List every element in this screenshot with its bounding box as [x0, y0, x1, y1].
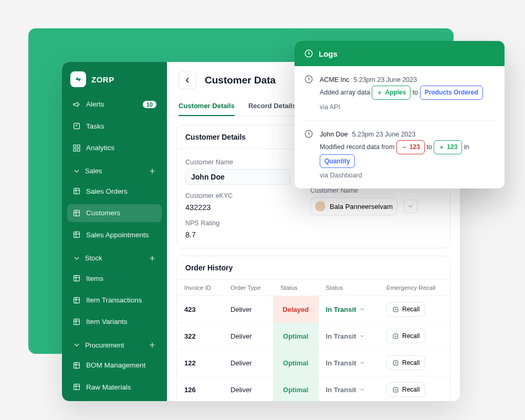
table-icon [72, 230, 81, 239]
sidebar-group-label: Stock [85, 254, 102, 262]
sidebar-item-label: Sales Appointments [86, 231, 149, 239]
table-icon [72, 361, 81, 370]
owner-name: Bala Panneerselvam [330, 203, 393, 211]
sidebar-group-label: Sales [85, 167, 102, 175]
owner-dropdown[interactable] [404, 200, 417, 213]
logs-header: Logs [295, 41, 505, 66]
svg-rect-2 [77, 145, 80, 148]
cell-recall: Recall [379, 376, 450, 402]
analytics-icon [72, 144, 81, 152]
brand-name: ZORP [91, 75, 114, 84]
chevron-down-icon [359, 360, 365, 366]
cell-invoice: 122 [177, 350, 223, 376]
svg-rect-7 [74, 232, 80, 238]
sidebar-group-label: Procurement [85, 341, 124, 349]
sidebar-item-label: Analytics [86, 144, 114, 152]
svg-rect-10 [74, 319, 80, 325]
log-item: John Doe5.23pm 23 June 2023 Modified rec… [295, 121, 505, 188]
sidebar-item-sales-appointments[interactable]: Sales Appointments [67, 226, 162, 244]
sidebar-item-label: Alerts [86, 100, 104, 108]
transit-dropdown[interactable]: In Transit [326, 359, 366, 367]
sidebar-item-items[interactable]: Items [67, 269, 162, 287]
sidebar-item-customers[interactable]: Customers [67, 204, 162, 222]
cell-status: Optimal [273, 323, 319, 350]
chevron-down-icon [72, 341, 81, 349]
table-icon [72, 318, 81, 326]
card-title: Order History [177, 256, 450, 279]
sidebar-item-tasks[interactable]: Tasks [67, 117, 162, 134]
tab-record-details[interactable]: Record Details [248, 97, 296, 116]
table-icon [72, 274, 81, 282]
sidebar-item-sales-orders[interactable]: Sales Orders [67, 183, 162, 200]
log-tag: Products Ordered [420, 86, 483, 99]
cell-transit: In Transit [319, 376, 379, 402]
sidebar-item-label: Sales Orders [86, 187, 128, 195]
chevron-down-icon [359, 386, 365, 393]
sidebar-item-alerts[interactable]: Alerts 10 [67, 96, 162, 113]
cell-transit: In Transit [319, 350, 379, 376]
x-square-icon [392, 306, 399, 313]
sidebar-group-stock[interactable]: Stock [67, 251, 162, 266]
sidebar-item-bom-management[interactable]: BOM Management [67, 356, 162, 374]
svg-rect-0 [74, 123, 80, 129]
log-tag: ＋123 [434, 140, 462, 154]
col-invoice: Invoice ID [177, 280, 223, 296]
recall-button[interactable]: Recall [386, 302, 425, 317]
brand-logo [70, 71, 86, 87]
log-tag: ＋Apples [372, 86, 411, 99]
avatar [315, 201, 326, 212]
chevron-down-icon [359, 333, 365, 339]
log-tag: Quantity [320, 154, 355, 168]
customer-name-input[interactable] [185, 169, 290, 185]
cell-status: Optimal [273, 350, 319, 376]
recall-button[interactable]: Recall [386, 329, 425, 343]
arrow-left-icon [183, 76, 192, 85]
plus-icon[interactable] [148, 167, 156, 175]
clock-icon [304, 75, 313, 113]
table-row: 122 Deliver Optimal In Transit Recall [177, 350, 450, 376]
table-icon [72, 383, 81, 391]
owner-chip[interactable]: Bala Panneerselvam [310, 197, 397, 215]
sidebar-item-label: Customers [86, 209, 120, 217]
recall-button[interactable]: Recall [386, 382, 425, 397]
log-line: Added array data ＋Apples to Products Ord… [320, 86, 483, 99]
cell-type: Deliver [223, 296, 273, 323]
sidebar-group-sales[interactable]: Sales [67, 164, 162, 178]
transit-dropdown[interactable]: In Transit [326, 386, 366, 394]
logs-panel: Logs ACME Inc5.23pm 23 June 2023 Added a… [295, 41, 505, 188]
field-label: Customer eKYC [185, 192, 290, 200]
nps-value: 8.7 [185, 230, 196, 239]
sidebar-item-label: Item Variants [86, 318, 128, 326]
back-button[interactable] [178, 71, 196, 89]
chevron-down-icon [72, 167, 81, 175]
logs-title: Logs [319, 49, 338, 58]
transit-dropdown[interactable]: In Transit [326, 306, 366, 313]
log-tag: －123 [396, 140, 425, 154]
svg-rect-11 [74, 363, 80, 369]
sidebar-item-analytics[interactable]: Analytics [67, 139, 162, 156]
field-label: NPS Rating [185, 219, 290, 227]
svg-rect-4 [77, 149, 80, 151]
transit-dropdown[interactable]: In Transit [326, 332, 366, 340]
cell-recall: Recall [379, 323, 450, 350]
recall-button[interactable]: Recall [386, 355, 425, 370]
sidebar-group-procurement[interactable]: Procurement [67, 338, 162, 353]
col-status: Status [273, 280, 319, 296]
sidebar-item-label: Items [86, 275, 103, 282]
alerts-count: 10 [143, 101, 156, 108]
sidebar-item-raw-materials[interactable]: Raw Materials [67, 379, 162, 396]
sidebar-item-item-variants[interactable]: Item Variants [67, 313, 162, 330]
svg-rect-1 [74, 145, 76, 148]
tab-customer-details[interactable]: Customer Details [178, 97, 235, 116]
table-row: 126 Deliver Optimal In Transit Recall [177, 376, 450, 402]
sidebar-item-item-transactions[interactable]: Item Transactions [67, 291, 162, 309]
sidebar-item-label: Item Transactions [86, 296, 142, 304]
sidebar-item-label: Raw Materials [86, 383, 131, 391]
table-row: 423 Deliver Delayed In Transit Recall [177, 296, 450, 323]
sidebar: ZORP Alerts 10 Tasks Analytics Sales Sal… [62, 62, 167, 401]
plus-icon[interactable] [148, 341, 156, 349]
svg-rect-3 [74, 149, 76, 151]
plus-icon[interactable] [148, 254, 156, 262]
megaphone-icon [72, 100, 81, 109]
order-history-table: Invoice ID Order Type Status Status Emer… [177, 279, 450, 401]
